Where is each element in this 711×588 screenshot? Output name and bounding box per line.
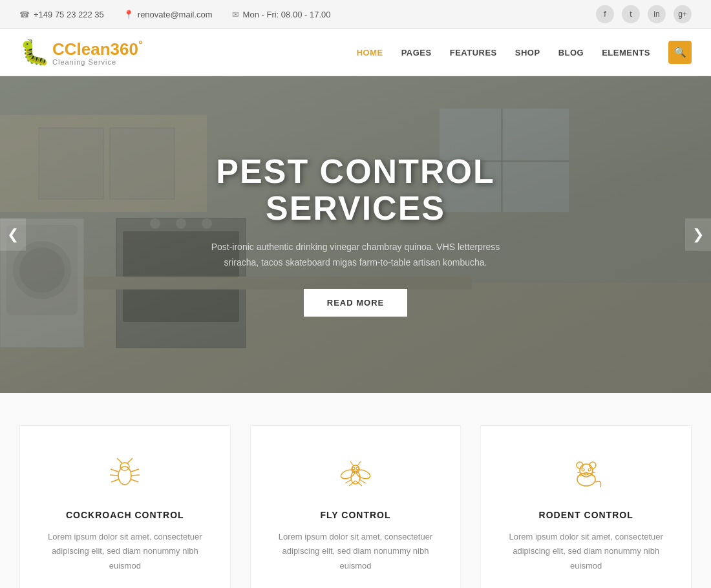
map-icon: 📍 (123, 10, 134, 19)
logo-text: CClean360° Cleaning Service (52, 39, 143, 66)
hero-subtitle: Post-ironic authentic drinking vinegar c… (194, 240, 517, 271)
phone-icon: ☎ (19, 10, 30, 19)
phone-text: +149 75 23 222 35 (34, 10, 104, 19)
hours-text: Mon - Fri: 08.00 - 17.00 (243, 10, 331, 19)
service-title-fly: FLY CONTROL (320, 510, 390, 520)
svg-point-31 (352, 467, 355, 470)
nav-shop[interactable]: SHOP (515, 48, 540, 58)
svg-point-19 (118, 467, 131, 485)
facebook-icon[interactable]: f (596, 5, 614, 23)
nav-features[interactable]: FEATURES (450, 48, 497, 58)
svg-line-35 (345, 479, 352, 483)
service-desc-rodent: Lorem ipsum dolor sit amet, consectetuer… (500, 530, 672, 572)
service-desc-cockroach: Lorem ipsum dolor sit amet, consectetuer… (39, 530, 211, 572)
svg-point-32 (356, 467, 359, 470)
topbar-phone: ☎ +149 75 23 222 35 (19, 10, 104, 19)
rodent-icon (564, 452, 609, 497)
svg-line-22 (127, 458, 133, 463)
service-title-cockroach: COCKROACH CONTROL (66, 510, 184, 520)
svg-line-37 (359, 479, 366, 483)
hero-next-button[interactable]: ❯ (685, 218, 711, 251)
svg-line-23 (111, 469, 118, 472)
search-button[interactable]: 🔍 (668, 41, 692, 64)
twitter-icon[interactable]: t (622, 5, 640, 23)
hero-content: PEST CONTROLSERVICES Post-ironic authent… (181, 153, 530, 317)
logo-bug-icon: 🐛 (19, 40, 50, 65)
svg-line-26 (131, 469, 139, 472)
topbar-hours: ✉ Mon - Fri: 08.00 - 17.00 (232, 10, 331, 19)
logo-c: C (52, 39, 65, 59)
svg-point-33 (340, 468, 356, 481)
topbar-email: 📍 renovate@mail.com (123, 10, 213, 19)
nav-home[interactable]: HOME (357, 48, 383, 58)
googleplus-icon[interactable]: g+ (674, 5, 692, 23)
cockroach-svg (105, 455, 144, 494)
svg-line-21 (117, 458, 122, 463)
service-card-cockroach: COCKROACH CONTROL Lorem ipsum dolor sit … (19, 425, 231, 588)
svg-line-24 (110, 475, 118, 476)
services-section: COCKROACH CONTROL Lorem ipsum dolor sit … (0, 393, 711, 588)
logo-full-name: Clean360 (65, 39, 138, 59)
logo-degree: ° (138, 38, 143, 51)
hero-slider: ❮ PEST CONTROLSERVICES Post-ironic authe… (0, 76, 711, 393)
mail-icon: ✉ (232, 10, 239, 19)
service-title-rodent: RODENT CONTROL (539, 510, 633, 520)
logo-tagline: Cleaning Service (52, 58, 143, 66)
nav-blog[interactable]: BLOG (558, 48, 584, 58)
rodent-svg (567, 455, 606, 494)
svg-line-27 (131, 475, 140, 476)
linkedin-icon[interactable]: in (648, 5, 666, 23)
hero-read-more-button[interactable]: READ MORE (304, 289, 407, 317)
svg-line-39 (350, 461, 354, 466)
email-text: renovate@mail.com (138, 10, 213, 19)
svg-point-47 (584, 472, 588, 475)
logo-name: CClean360° (52, 39, 143, 58)
service-card-fly: FLY CONTROL Lorem ipsum dolor sit amet, … (250, 425, 462, 588)
hero-prev-button[interactable]: ❮ (0, 218, 26, 251)
svg-point-34 (356, 468, 372, 481)
svg-line-28 (131, 479, 138, 482)
nav-elements[interactable]: ELEMENTS (602, 48, 650, 58)
svg-line-25 (111, 479, 118, 482)
social-links: f t in g+ (596, 5, 692, 23)
svg-point-46 (588, 468, 591, 471)
svg-point-45 (582, 468, 584, 471)
main-nav: HOME PAGES FEATURES SHOP BLOG ELEMENTS 🔍 (357, 41, 692, 64)
svg-line-40 (357, 461, 361, 466)
topbar: ☎ +149 75 23 222 35 📍 renovate@mail.com … (0, 0, 711, 29)
hero-title: PEST CONTROLSERVICES (194, 153, 517, 227)
nav-pages[interactable]: PAGES (401, 48, 432, 58)
cockroach-icon (102, 452, 147, 497)
fly-icon (333, 452, 378, 497)
logo: 🐛 CClean360° Cleaning Service (19, 39, 143, 66)
service-desc-fly: Lorem ipsum dolor sit amet, consectetuer… (270, 530, 441, 572)
fly-svg (336, 455, 375, 494)
service-card-rodent: RODENT CONTROL Lorem ipsum dolor sit ame… (480, 425, 692, 588)
header: 🐛 CClean360° Cleaning Service HOME PAGES… (0, 29, 711, 76)
